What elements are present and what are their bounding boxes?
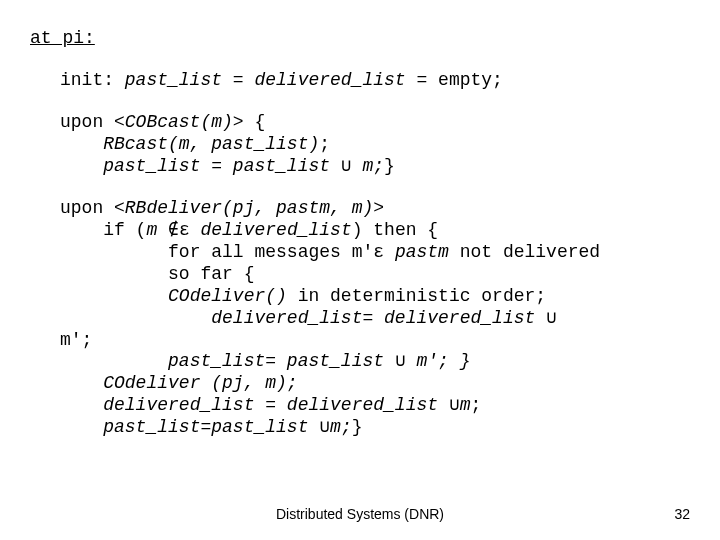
upon2-suffix: > [373,198,384,218]
cup-symbol: ∪ [341,156,352,176]
upon2-for-a: for all messages m' [168,242,373,262]
upon2-co: COdeliver() [168,286,287,306]
init-label: init: [60,70,125,90]
upon2-if-d: ) then { [352,220,438,240]
upon2-dl2-a: delivered_list = delivered_list [103,395,449,415]
cup-symbol-5: ∪ [319,417,330,437]
init-expr: past_list = delivered_list [125,70,406,90]
slide: at pi: init: past_list = delivered_list … [0,0,720,540]
upon2-for-b: pastm [384,242,460,262]
upon2-if-b: m [146,220,168,240]
init-tail: = empty; [406,70,503,90]
upon2-dl2-b: m [460,395,471,415]
upon2-dl-a: delivered_list= delivered_list [211,308,546,328]
notin-symbol: ∉ε [168,220,190,240]
upon2-mprime: m'; [60,330,92,350]
upon2-pl-a: past_list= past_list [168,351,395,371]
in-symbol: ε [373,242,384,262]
cup-symbol-2: ∪ [546,308,557,328]
title-text: at pi [30,28,84,48]
page-number: 32 [674,506,690,522]
upon1-call: COBcast(m) [125,112,233,132]
upon1-close: } [384,156,395,176]
upon2-for2: so far { [168,264,254,284]
upon1-line2a: past_list = past_list [103,156,341,176]
upon1-prefix: upon < [60,112,125,132]
upon2-dl2-c: ; [471,395,482,415]
slide-title: at pi: [30,28,700,48]
upon-rbdeliver-block: upon <RBdeliver(pj, pastm, m)> if (m ∉ε … [60,198,700,439]
upon1-suffix: > { [233,112,265,132]
upon2-if-c: delivered_list [190,220,352,240]
upon2-for-c: not delivered [460,242,600,262]
footer-center: Distributed Systems (DNR) [0,506,720,522]
upon2-pl2-c: } [352,417,363,437]
upon2-if-a: if ( [103,220,146,240]
upon2-call: RBdeliver(pj, pastm, m) [125,198,373,218]
upon2-prefix: upon < [60,198,125,218]
init-block: init: past_list = delivered_list = empty… [60,70,700,92]
upon2-pl2-a: past_list=past_list [103,417,319,437]
upon-cobcast-block: upon <COBcast(m)> { RBcast(m, past_list)… [60,112,700,178]
cup-symbol-3: ∪ [395,351,406,371]
upon2-pl2-b: m; [330,417,352,437]
upon2-pl-b: m'; } [406,351,471,371]
upon2-codeliver: COdeliver (pj, m); [103,373,297,393]
cup-symbol-4: ∪ [449,395,460,415]
upon1-line1-tail: ; [319,134,330,154]
upon1-line2b: m; [352,156,384,176]
upon2-co-tail: in deterministic order; [287,286,546,306]
upon1-line1: RBcast(m, past_list) [103,134,319,154]
